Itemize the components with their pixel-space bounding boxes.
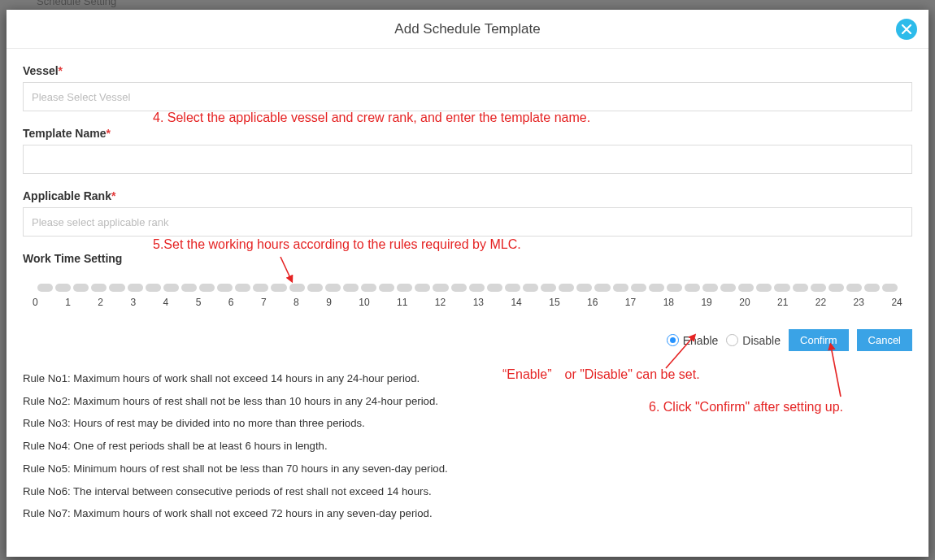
timeline-tick: 7 bbox=[261, 297, 267, 308]
timeline-segment[interactable] bbox=[91, 284, 107, 292]
timeline-segment[interactable] bbox=[774, 284, 789, 292]
timeline-tick: 2 bbox=[98, 297, 103, 308]
radio-icon bbox=[667, 334, 679, 346]
timeline-tick: 22 bbox=[815, 297, 826, 308]
timeline-segment[interactable] bbox=[415, 284, 430, 292]
timeline-tick: 17 bbox=[625, 297, 636, 308]
timeline-segment[interactable] bbox=[594, 284, 610, 292]
timeline-tick: 3 bbox=[130, 297, 136, 308]
modal-header: Add Schedule Template bbox=[7, 10, 928, 49]
timeline-segment[interactable] bbox=[307, 284, 323, 292]
timeline-segment[interactable] bbox=[882, 284, 898, 292]
timeline-segment[interactable] bbox=[756, 284, 772, 292]
timeline-segment[interactable] bbox=[523, 284, 538, 292]
timeline-track[interactable] bbox=[23, 284, 912, 292]
enable-radio-label: Enable bbox=[683, 334, 719, 347]
timeline-segment[interactable] bbox=[469, 284, 485, 292]
close-icon bbox=[902, 24, 911, 34]
timeline-segment[interactable] bbox=[613, 284, 628, 292]
annotation-step5: 5.Set the working hours according to the… bbox=[153, 237, 521, 252]
timeline-segment[interactable] bbox=[235, 284, 250, 292]
work-time-setting-label: Work Time Setting bbox=[23, 252, 122, 265]
timeline-segment[interactable] bbox=[199, 284, 215, 292]
timeline-segment[interactable] bbox=[487, 284, 502, 292]
timeline-segment[interactable] bbox=[146, 284, 161, 292]
timeline-segment[interactable] bbox=[343, 284, 359, 292]
timeline-tick: 0 bbox=[33, 297, 38, 308]
timeline-tick: 8 bbox=[294, 297, 299, 308]
timeline-segment[interactable] bbox=[253, 284, 268, 292]
timeline-segment[interactable] bbox=[217, 284, 233, 292]
timeline-segment[interactable] bbox=[181, 284, 197, 292]
timeline-tick: 6 bbox=[228, 297, 234, 308]
timeline-segment[interactable] bbox=[559, 284, 574, 292]
timeline-segment[interactable] bbox=[109, 284, 124, 292]
timeline-segment[interactable] bbox=[864, 284, 880, 292]
cancel-button[interactable]: Cancel bbox=[857, 329, 912, 351]
template-name-field: Template Name* bbox=[23, 126, 912, 174]
vessel-placeholder: Please Select Vessel bbox=[32, 91, 130, 103]
timeline-segment[interactable] bbox=[325, 284, 341, 292]
timeline-segment[interactable] bbox=[271, 284, 286, 292]
modal-title: Add Schedule Template bbox=[394, 21, 540, 37]
timeline-segment[interactable] bbox=[379, 284, 394, 292]
timeline-segment[interactable] bbox=[631, 284, 646, 292]
close-button[interactable] bbox=[896, 19, 917, 40]
template-name-label: Template Name* bbox=[23, 127, 111, 140]
timeline-segment[interactable] bbox=[685, 284, 700, 292]
timeline-segment[interactable] bbox=[451, 284, 467, 292]
timeline-tick: 1 bbox=[65, 297, 71, 308]
confirm-button[interactable]: Confirm bbox=[789, 329, 849, 351]
applicable-rank-field: Applicable Rank* Please select applicabl… bbox=[23, 189, 912, 237]
timeline-segment[interactable] bbox=[433, 284, 448, 292]
timeline-segment[interactable] bbox=[397, 284, 412, 292]
vessel-select[interactable]: Please Select Vessel bbox=[23, 82, 912, 111]
vessel-label: Vessel* bbox=[23, 64, 63, 77]
timeline-segment[interactable] bbox=[649, 284, 664, 292]
disable-radio[interactable]: Disable bbox=[726, 334, 781, 347]
timeline-segment[interactable] bbox=[37, 284, 53, 292]
timeline-tick: 23 bbox=[854, 297, 864, 308]
vessel-field: Vessel* Please Select Vessel bbox=[23, 63, 912, 111]
add-schedule-template-modal: Add Schedule Template Vessel* Please Sel… bbox=[7, 10, 928, 557]
timeline-tick: 15 bbox=[549, 297, 559, 308]
timeline-segment[interactable] bbox=[55, 284, 71, 292]
timeline-segment[interactable] bbox=[541, 284, 556, 292]
timeline-segment[interactable] bbox=[73, 284, 89, 292]
required-asterisk: * bbox=[111, 189, 115, 202]
timeline-segment[interactable] bbox=[702, 284, 718, 292]
applicable-rank-select[interactable]: Please select applicable rank bbox=[23, 207, 912, 237]
timeline: 0123456789101112131415161718192021222324 bbox=[23, 284, 912, 308]
timeline-segment[interactable] bbox=[128, 284, 143, 292]
required-asterisk: * bbox=[59, 64, 63, 77]
timeline-segment[interactable] bbox=[289, 284, 305, 292]
rule-item: Rule No2: Maximum hours of rest shall no… bbox=[23, 390, 912, 413]
rule-item: Rule No5: Minimum hours of rest shall no… bbox=[23, 458, 912, 480]
timeline-tick: 4 bbox=[163, 297, 169, 308]
applicable-rank-placeholder: Please select applicable rank bbox=[32, 216, 168, 228]
enable-radio[interactable]: Enable bbox=[667, 334, 719, 347]
timeline-tick: 11 bbox=[397, 297, 407, 308]
timeline-tick: 9 bbox=[326, 297, 332, 308]
timeline-segment[interactable] bbox=[667, 284, 682, 292]
timeline-segment[interactable] bbox=[720, 284, 736, 292]
timeline-segment[interactable] bbox=[505, 284, 520, 292]
timeline-segment[interactable] bbox=[811, 284, 826, 292]
template-name-label-text: Template Name bbox=[23, 127, 106, 140]
annotation-step4: 4. Select the applicable vessel and crew… bbox=[153, 111, 590, 125]
timeline-segment[interactable] bbox=[828, 284, 844, 292]
timeline-segment[interactable] bbox=[846, 284, 862, 292]
timeline-tick: 5 bbox=[196, 297, 202, 308]
disable-radio-label: Disable bbox=[742, 334, 781, 347]
timeline-tick: 12 bbox=[435, 297, 446, 308]
timeline-segment[interactable] bbox=[576, 284, 592, 292]
timeline-tick: 19 bbox=[701, 297, 711, 308]
template-name-input[interactable] bbox=[23, 145, 912, 174]
rule-item: Rule No6: The interval between consecuti… bbox=[23, 480, 912, 503]
timeline-ticks: 0123456789101112131415161718192021222324 bbox=[23, 297, 912, 308]
timeline-segment[interactable] bbox=[361, 284, 376, 292]
timeline-segment[interactable] bbox=[738, 284, 754, 292]
work-time-setting-section: Work Time Setting 0123456789101112131415… bbox=[23, 251, 912, 308]
timeline-segment[interactable] bbox=[163, 284, 179, 292]
timeline-segment[interactable] bbox=[793, 284, 808, 292]
